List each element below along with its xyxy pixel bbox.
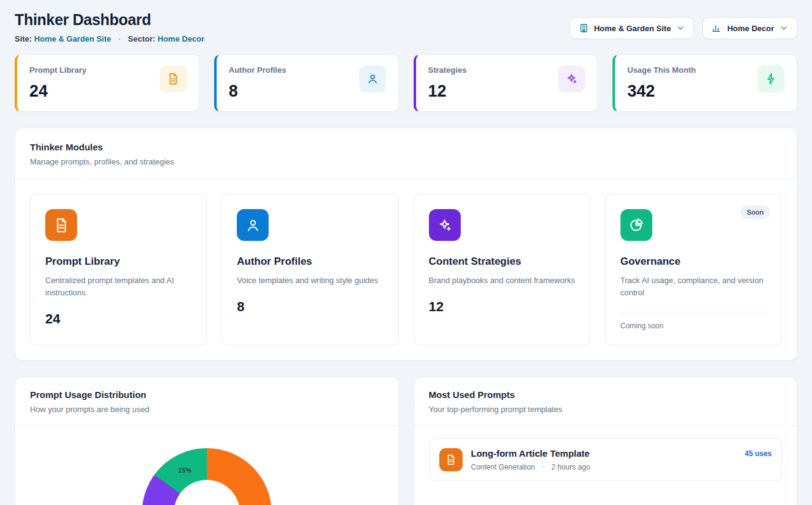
thinker-modules-section: Thinker Modules Manage prompts, profiles… [15,128,797,361]
chevron-down-icon [780,24,788,32]
stat-label: Strategies [428,65,467,75]
usage-card-header: Prompt Usage Distribution How your promp… [15,377,398,426]
document-icon [45,209,77,241]
prompt-list-item[interactable]: Long-form Article Template Content Gener… [429,438,783,481]
stat-card-strategies: Strategies 12 [414,54,598,112]
title-block: Thinker Dashboard Site: Home & Garden Si… [15,11,204,43]
stat-value: 8 [229,82,286,101]
usage-distribution-card: Prompt Usage Distribution How your promp… [15,377,399,505]
prompt-meta: Content Generation · 2 hours ago [471,463,590,471]
user-icon [359,65,386,92]
stat-label: Prompt Library [29,65,86,75]
module-title: Prompt Library [45,256,192,268]
selector-group: Home & Garden Site Home Decor [570,17,797,39]
coming-soon-note: Coming soon [620,312,767,330]
page-title: Thinker Dashboard [15,11,204,29]
bar-chart-icon [712,23,721,33]
chevron-down-icon [676,24,685,32]
sector-link[interactable]: Home Decor [158,34,205,43]
prompt-text-block: Long-form Article Template Content Gener… [471,448,590,471]
module-count: 8 [237,299,383,315]
modules-header: Thinker Modules Manage prompts, profiles… [15,128,797,179]
site-selector-value: Home & Garden Site [594,24,671,33]
modules-title: Thinker Modules [30,142,782,152]
module-card-governance[interactable]: Soon Governance Track AI usage, complian… [605,194,782,345]
usage-card-subtitle: How your prompts are being used [30,405,384,414]
stat-value: 342 [627,82,696,101]
module-title: Governance [620,256,767,268]
prompts-card-title: Most Used Prompts [429,389,783,400]
stat-label: Usage This Month [627,65,696,75]
dashboard-page: Thinker Dashboard Site: Home & Garden Si… [0,0,812,505]
donut-chart: 15% [142,448,272,505]
prompts-card-subtitle: Your top-performing prompt templates [429,405,783,414]
usage-card-title: Prompt Usage Distribution [30,389,384,400]
module-description: Track AI usage, compliance, and version … [620,275,767,299]
stat-card-prompt-library: Prompt Library 24 [15,54,199,112]
modules-subtitle: Manage prompts, profiles, and strategies [30,157,782,166]
sparkle-star-icon [558,65,585,92]
site-link[interactable]: Home & Garden Site [34,34,111,43]
module-count: 12 [429,299,575,315]
sector-selector-value: Home Decor [727,24,774,33]
stat-value: 24 [29,82,86,101]
module-card-prompt-library[interactable]: Prompt Library Centralized prompt templa… [30,194,207,345]
module-card-author-profiles[interactable]: Author Profiles Voice templates and writ… [222,194,398,345]
lightning-icon [758,65,784,92]
top-bar: Thinker Dashboard Site: Home & Garden Si… [15,11,797,43]
user-icon [237,209,269,241]
module-description: Centralized prompt templates and AI inst… [45,275,192,299]
sector-label: Sector: [128,34,155,43]
separator-dot: · [542,463,545,471]
site-label: Site: [15,34,32,43]
prompt-time: 2 hours ago [551,463,590,471]
module-count: 24 [45,311,192,327]
prompt-uses-count: 45 uses [745,449,772,458]
module-card-content-strategies[interactable]: Content Strategies Brand playbooks and c… [414,194,590,345]
stat-value: 12 [428,82,467,101]
module-description: Brand playbooks and content frameworks [429,275,575,287]
module-title: Content Strategies [429,256,575,268]
prompt-category: Content Generation [471,463,535,471]
breadcrumb: Site: Home & Garden Site · Sector: Home … [15,34,204,43]
stat-card-author-profiles: Author Profiles 8 [214,54,399,112]
separator-dot: · [118,34,121,43]
modules-grid: Prompt Library Centralized prompt templa… [15,179,797,360]
stats-row: Prompt Library 24 Author Profiles 8 Stra… [15,54,797,112]
site-selector-button[interactable]: Home & Garden Site [570,17,695,39]
sector-selector-button[interactable]: Home Decor [702,17,797,39]
document-icon [160,65,187,92]
bottom-row: Prompt Usage Distribution How your promp… [15,377,797,505]
sparkle-star-icon [429,209,461,241]
stat-card-usage: Usage This Month 342 [613,54,797,112]
stat-label: Author Profiles [229,65,286,75]
module-title: Author Profiles [237,256,383,268]
prompt-title: Long-form Article Template [471,448,590,459]
document-icon [439,448,463,471]
donut-segment-label: 15% [178,466,192,474]
prompts-card-header: Most Used Prompts Your top-performing pr… [414,377,797,426]
soon-badge: Soon [740,205,771,219]
pie-chart-icon [620,209,652,241]
donut-chart-area: 15% [15,426,398,505]
most-used-prompts-card: Most Used Prompts Your top-performing pr… [414,377,798,505]
module-description: Voice templates and writing style guides [237,275,383,287]
building-icon [579,23,589,33]
